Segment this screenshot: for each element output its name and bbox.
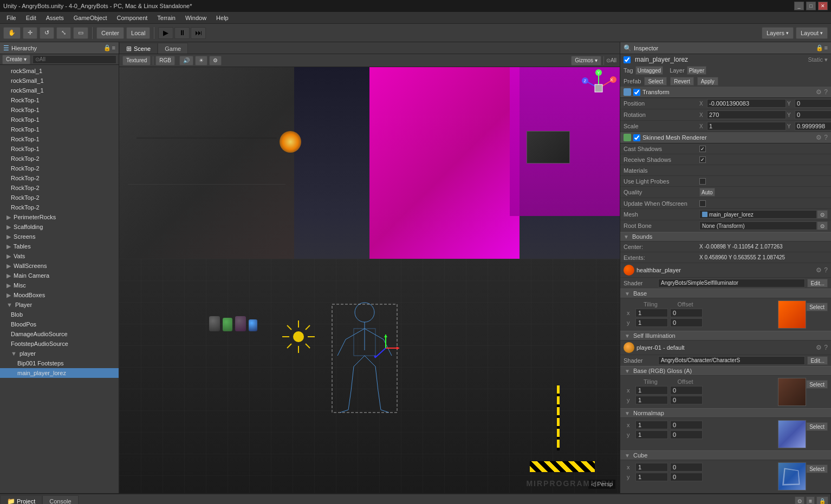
list-item[interactable]: ▶ Misc [0,280,119,290]
material1-help[interactable]: ? [824,266,828,274]
scene-icon1[interactable]: 🔊 [179,56,193,66]
prefab-select-btn[interactable]: Select [644,77,667,86]
close-btn[interactable]: ✕ [818,2,828,10]
transform-header[interactable]: Transform ⚙ ? [620,87,831,98]
textured-btn[interactable]: Textured [122,56,151,66]
hierarchy-search[interactable] [33,55,116,64]
mesh-select-btn[interactable]: ⊙ [817,210,828,219]
list-item[interactable]: ▼ player [0,349,119,358]
shader1-val[interactable]: AngryBots/SimpleSelfIlluminator [658,279,805,287]
list-item[interactable]: RockTop-1 [0,115,119,125]
normalmap-tiling-x[interactable] [635,421,668,429]
gizmo-cube[interactable]: X Y Z [580,69,618,107]
material2-help[interactable]: ? [824,344,828,351]
layout-btn[interactable]: Layout ▾ [796,27,828,39]
cube-offset-x[interactable] [670,463,703,472]
layers-btn[interactable]: Layers ▾ [762,27,794,39]
menu-assets[interactable]: Assets [42,14,68,22]
normalmap-section[interactable]: ▼ Normalmap [620,408,831,418]
transform-enabled[interactable] [633,89,640,96]
hierarchy-menu[interactable]: ≡ [112,44,115,51]
offset-y-input[interactable]: 0 [670,318,703,327]
skinned-enabled[interactable] [633,134,640,141]
tag-select[interactable]: Untagged [635,66,663,75]
material1-texture-thumb[interactable] [778,300,806,329]
list-item[interactable]: ▶ Tables [0,241,119,251]
list-item[interactable]: rockSmall_1 [0,76,119,86]
shader1-edit-btn[interactable]: Edit... [807,279,828,287]
list-item[interactable]: rockSmall_1 [0,86,119,95]
skinned-help[interactable]: ? [824,134,828,141]
list-item[interactable]: ▶ Screens [0,232,119,241]
prefab-revert-btn[interactable]: Revert [670,77,693,86]
menu-terrain[interactable]: Terrain [153,14,180,22]
list-item[interactable]: Blob [0,310,119,319]
material1-header[interactable]: healthbar_player ⚙ ? [620,263,831,278]
pos-x-input[interactable]: -0.0001390083 [707,99,786,108]
list-item[interactable]: RockTop-2 [0,173,119,183]
viewport[interactable]: X Y Z ◁ Persp MI [119,67,620,493]
tiling-y-input[interactable]: 1 [635,318,668,327]
minimize-btn[interactable]: _ [794,2,804,10]
list-item[interactable]: RockTop-1 [0,105,119,115]
bounds-section[interactable]: ▼ Bounds [620,232,831,241]
transform-help[interactable]: ? [824,88,828,96]
shader2-val[interactable]: AngryBots/Character/CharacterS [658,356,805,365]
tiling2-y-input[interactable]: 1 [635,396,668,404]
list-item[interactable]: ▶ Scaffolding [0,222,119,232]
normalmap-tiling-y[interactable] [635,430,668,439]
rgb-btn[interactable]: RGB [155,56,175,66]
list-item[interactable]: RockTop-2 [0,202,119,212]
list-item[interactable]: RockTop-2 [0,163,119,173]
scale-y-input[interactable]: 0.9999998 [795,122,831,130]
normalmap-texture-thumb[interactable] [778,420,806,448]
normalmap-select-btn[interactable]: Select [806,422,828,431]
offset-x-input[interactable]: 0 [670,309,703,317]
list-item[interactable]: rockSmal_1 [0,66,119,76]
transform-settings[interactable]: ⚙ [816,88,822,96]
object-active-toggle[interactable] [624,56,631,63]
material2-header[interactable]: player-01 - default ⚙ ? [620,341,831,355]
cube-tiling-y[interactable] [635,473,668,481]
update-offscreen-check[interactable] [699,200,706,207]
local-btn[interactable]: Local [126,27,150,39]
use-light-probes-check[interactable] [699,178,706,185]
menu-component[interactable]: Component [112,14,152,22]
hand-tool[interactable]: ✋ [3,27,21,39]
persp-label[interactable]: ◁ Persp [588,480,615,489]
list-item-main-player[interactable]: main_player_lorez [0,368,119,378]
quality-select[interactable]: Auto [699,188,715,197]
hierarchy-lock[interactable]: 🔒 [103,44,111,51]
list-item[interactable]: ▼ Player [0,300,119,310]
list-item[interactable]: RockTop-1 [0,144,119,154]
list-item[interactable]: DamageAudioSource [0,329,119,339]
scale-tool[interactable]: ⤡ [56,27,71,39]
project-tab[interactable]: 📁 Project [0,495,42,504]
base-rgb-section[interactable]: ▼ Base (RGB) Gloss (A) [620,366,831,376]
list-item[interactable]: RockTop-2 [0,193,119,202]
list-item[interactable]: RockTop-1 [0,134,119,144]
material2-select-btn[interactable]: Select [806,380,828,389]
cube-section[interactable]: ▼ Cube [620,450,831,460]
cube-offset-y[interactable] [670,473,703,481]
gizmos-btn[interactable]: Gizmos ▾ [571,56,601,66]
normalmap-offset-x[interactable] [670,421,703,429]
material2-settings[interactable]: ⚙ [816,344,822,351]
list-item[interactable]: Bip001 Footsteps [0,358,119,368]
project-icon2[interactable]: ≡ [806,496,815,504]
menu-window[interactable]: Window [181,14,211,22]
cube-select-btn[interactable]: Select [806,464,828,473]
rect-tool[interactable]: ▭ [73,27,88,39]
list-item[interactable]: ▶ Main Camera [0,271,119,280]
pos-y-input[interactable]: 0 [795,99,831,108]
list-item[interactable]: ▶ Vats [0,251,119,261]
list-item[interactable]: RockTop-2 [0,154,119,163]
prefab-apply-btn[interactable]: Apply [697,77,718,86]
receive-shadows-check[interactable]: ✓ [699,156,706,163]
menu-file[interactable]: File [2,14,21,22]
offset2-x-input[interactable]: 0 [670,386,703,395]
cast-shadows-check[interactable]: ✓ [699,146,706,152]
maximize-btn[interactable]: □ [806,2,816,10]
scene-icon3[interactable]: ⚙ [209,56,222,66]
cube-texture-thumb[interactable] [778,462,806,490]
